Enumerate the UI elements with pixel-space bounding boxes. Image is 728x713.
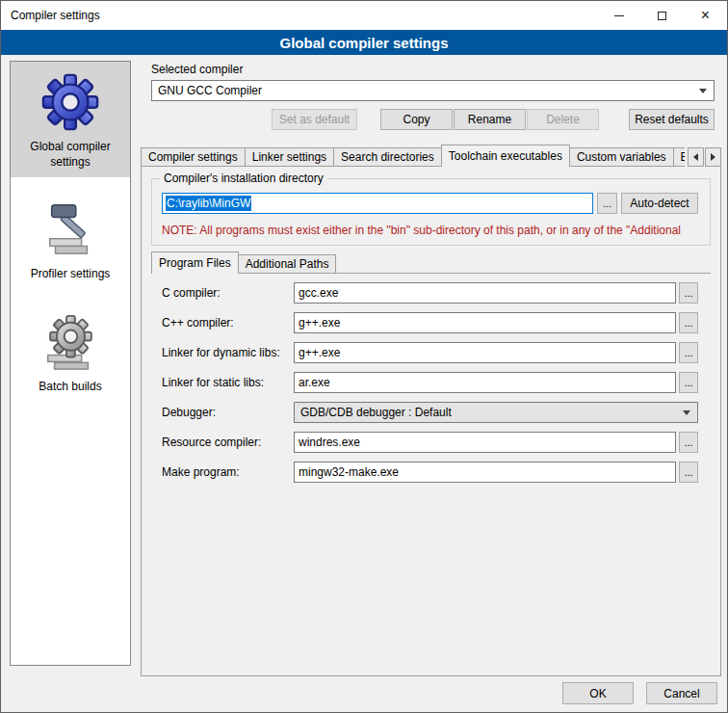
- cancel-button[interactable]: Cancel: [646, 682, 717, 704]
- field-row-dynamic-linker: Linker for dynamic libs: ...: [151, 342, 720, 363]
- program-files-tabbar: Program Files Additional Paths: [151, 251, 336, 274]
- gray-gear-stack-icon: [39, 311, 101, 373]
- static-linker-input[interactable]: [294, 372, 676, 393]
- tab-search-directories[interactable]: Search directories: [333, 147, 442, 167]
- bin-subdirectory-note: NOTE: All programs must exist either in …: [162, 224, 708, 237]
- static-linker-label: Linker for static libs:: [151, 376, 294, 389]
- compiler-select[interactable]: GNU GCC Compiler: [151, 80, 715, 101]
- rename-button[interactable]: Rename: [454, 109, 526, 130]
- ok-button[interactable]: OK: [562, 682, 634, 704]
- set-as-default-button[interactable]: Set as default: [272, 109, 357, 130]
- c-compiler-input[interactable]: [294, 282, 676, 304]
- dialog-header-title: Global compiler settings: [1, 30, 727, 55]
- cpp-compiler-label: C++ compiler:: [151, 316, 294, 330]
- install-dir-selected-text: C:\raylib\MinGW: [166, 196, 251, 211]
- dynamic-linker-label: Linker for dynamic libs:: [151, 346, 294, 359]
- copy-button[interactable]: Copy: [380, 109, 453, 130]
- sidebar-item-batch-builds[interactable]: Batch builds: [11, 302, 130, 403]
- tab-scrollers: [685, 147, 721, 167]
- resource-compiler-input[interactable]: [294, 432, 676, 453]
- tab-compiler-settings[interactable]: Compiler settings: [141, 147, 246, 167]
- make-program-browse-button[interactable]: ...: [679, 462, 698, 483]
- toolchain-executables-panel: Compiler's installation directory C:\ray…: [141, 166, 721, 676]
- field-row-make-program: Make program: ...: [151, 462, 720, 483]
- chevron-down-icon: [683, 410, 690, 415]
- settings-tabbar: Compiler settings Linker settings Search…: [141, 145, 721, 167]
- field-row-resource-compiler: Resource compiler: ...: [151, 432, 720, 453]
- titlebar: Compiler settings ×: [1, 1, 727, 30]
- sidebar-item-global-compiler-settings[interactable]: Global compiler settings: [11, 62, 130, 177]
- program-files-fields: C compiler: ... C++ compiler: ... Linker…: [151, 282, 720, 491]
- window-title: Compiler settings: [1, 9, 597, 22]
- subtab-additional-paths[interactable]: Additional Paths: [238, 254, 337, 274]
- compiler-select-value: GNU GCC Compiler: [158, 84, 262, 97]
- install-dir-browse-button[interactable]: ...: [597, 193, 617, 214]
- subtab-program-files[interactable]: Program Files: [151, 251, 239, 274]
- tab-linker-settings[interactable]: Linker settings: [245, 147, 334, 167]
- blue-gear-icon: [39, 71, 101, 133]
- installation-directory-groupbox: Compiler's installation directory C:\ray…: [151, 178, 711, 246]
- maximize-button[interactable]: [640, 1, 684, 30]
- tab-toolchain-executables[interactable]: Toolchain executables: [441, 145, 570, 167]
- close-button[interactable]: ×: [684, 1, 727, 30]
- tab-custom-variables[interactable]: Custom variables: [569, 147, 674, 167]
- debugger-label: Debugger:: [151, 406, 294, 419]
- resource-compiler-label: Resource compiler:: [151, 436, 294, 449]
- selected-compiler-label: Selected compiler: [151, 63, 243, 76]
- arrow-right-icon: [711, 153, 715, 161]
- profiler-hammer-icon: [39, 198, 101, 260]
- sidebar-item-profiler-settings[interactable]: Profiler settings: [11, 189, 130, 290]
- sidebar-item-label: Profiler settings: [31, 267, 111, 282]
- compiler-settings-window: Compiler settings × Global compiler sett…: [0, 0, 728, 713]
- make-program-input[interactable]: [294, 462, 676, 483]
- tab-scroll-left-button[interactable]: [688, 147, 704, 167]
- auto-detect-button[interactable]: Auto-detect: [621, 193, 698, 214]
- tab-scroll-right-button[interactable]: [705, 147, 721, 167]
- cpp-compiler-input[interactable]: [294, 312, 676, 333]
- chevron-down-icon: [699, 89, 707, 93]
- make-program-label: Make program:: [151, 465, 294, 479]
- close-icon: ×: [701, 8, 710, 23]
- sidebar-item-label: Global compiler settings: [13, 140, 128, 170]
- arrow-left-icon: [693, 153, 698, 161]
- reset-defaults-button[interactable]: Reset defaults: [629, 109, 715, 130]
- maximize-icon: [658, 12, 666, 20]
- sidebar-item-label: Batch builds: [39, 380, 101, 395]
- c-compiler-label: C compiler:: [151, 286, 294, 300]
- dynamic-linker-browse-button[interactable]: ...: [679, 342, 698, 363]
- dynamic-linker-input[interactable]: [294, 342, 676, 363]
- field-row-static-linker: Linker for static libs: ...: [151, 372, 720, 393]
- minimize-button[interactable]: [597, 1, 640, 30]
- installation-directory-title: Compiler's installation directory: [160, 172, 327, 185]
- static-linker-browse-button[interactable]: ...: [679, 372, 698, 393]
- dialog-body: Global compiler settings Profiler settin…: [1, 55, 727, 712]
- field-row-c-compiler: C compiler: ...: [151, 282, 720, 304]
- cpp-compiler-browse-button[interactable]: ...: [679, 312, 698, 333]
- c-compiler-browse-button[interactable]: ...: [679, 282, 698, 304]
- install-dir-input[interactable]: C:\raylib\MinGW: [162, 193, 593, 214]
- minimize-icon: [614, 15, 624, 16]
- delete-button[interactable]: Delete: [527, 109, 599, 130]
- resource-compiler-browse-button[interactable]: ...: [679, 432, 698, 453]
- window-controls: ×: [597, 1, 727, 30]
- settings-category-list: Global compiler settings Profiler settin…: [10, 61, 131, 666]
- field-row-debugger: Debugger: GDB/CDB debugger : Default: [151, 402, 720, 423]
- debugger-select[interactable]: GDB/CDB debugger : Default: [294, 402, 698, 423]
- debugger-select-value: GDB/CDB debugger : Default: [300, 406, 452, 419]
- field-row-cpp-compiler: C++ compiler: ...: [151, 312, 720, 333]
